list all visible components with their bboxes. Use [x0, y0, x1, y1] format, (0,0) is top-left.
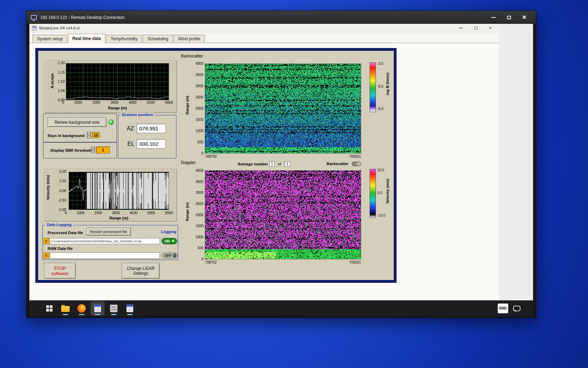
spinner-up-icon[interactable]	[87, 132, 91, 135]
stop-button-line2: software	[51, 271, 68, 276]
app-window-controls: ✕	[458, 25, 493, 31]
tick-label: 1000	[74, 101, 82, 104]
minimize-icon	[459, 28, 463, 28]
raw-path-field[interactable]	[50, 252, 160, 259]
az-value-field[interactable]: 078.991	[136, 124, 166, 133]
stop-button-line1: STOP	[54, 266, 66, 271]
tab-system-setup[interactable]: System setup	[33, 35, 67, 43]
processed-path-field[interactable]: C:\Lidar\Data\Proc\2023\202309\20230906\…	[50, 238, 160, 244]
minimize-icon	[491, 17, 496, 18]
velocity-plot-canvas	[69, 172, 169, 210]
doppler-colorbar-ticks: 10.00.0-10.0	[377, 168, 385, 217]
remote-desktop-screen: StreamLine XR v14-6.vi ✕ System setup Re…	[29, 24, 533, 316]
rdp-maximize-button[interactable]	[503, 13, 515, 22]
average-value-2-field[interactable]: 1	[285, 161, 290, 166]
snr-spinner[interactable]	[91, 146, 95, 153]
tick-label: 1.20	[58, 61, 65, 65]
restore-icon	[474, 27, 477, 29]
raw-data-file-label: RAW Data file	[48, 246, 73, 251]
tick-label: 3500	[196, 73, 203, 77]
backscatter-toggle-label: Backscatter	[327, 162, 348, 166]
taskbar-file-explorer[interactable]	[58, 301, 72, 315]
backscatter-display-toggle[interactable]	[352, 162, 361, 166]
velocity-x-axis-label: Range (m)	[69, 216, 169, 220]
processed-logging-toggle[interactable]: ON	[162, 238, 177, 244]
ascope-plot-canvas	[66, 63, 169, 100]
raw-logging-toggle[interactable]: OFF	[162, 252, 178, 259]
taskbar-scan-scheduler[interactable]: Scan sched	[107, 301, 121, 315]
chat-icon[interactable]	[513, 306, 520, 311]
scanner-position-group: Scanner position AZ 078.991 EL 000.102	[118, 115, 176, 158]
tick-label: 5.00	[59, 170, 66, 173]
backscatter-colorbar-label: log B (/m/sr)	[385, 73, 390, 95]
tick-label: 1500	[196, 224, 203, 228]
restart-processed-file-button[interactable]: Restart processed file	[86, 228, 131, 236]
ascope-y-axis-label: A-scope	[50, 73, 54, 88]
scanner-position-title: Scanner position	[120, 113, 154, 117]
renew-background-button[interactable]: Renew background now	[48, 117, 106, 127]
doppler-y-ticks: 40003500300025002000150010005000	[192, 169, 203, 261]
tab-temp-humidity[interactable]: Temp/humidity	[106, 35, 142, 43]
spinner-down-icon[interactable]	[87, 135, 91, 138]
doppler-colorbar	[370, 169, 376, 218]
velocity-y-ticks: 5.002.500.00-2.50-5.00	[54, 170, 66, 212]
ascope-plot	[66, 63, 169, 100]
stop-software-button[interactable]: STOP software	[44, 263, 76, 279]
maximize-icon	[507, 16, 511, 19]
front-panel: A-scope 1.201.151.101.050.99 01000200030…	[38, 51, 394, 280]
backscatter-title: Backscatter	[181, 54, 203, 59]
tick-label: 1000	[196, 235, 203, 239]
rdp-minimize-button[interactable]	[488, 13, 499, 22]
tick-label: 4000	[129, 101, 136, 104]
tick-label: 0.0	[377, 191, 382, 195]
velocity-x-ticks: 0100020003000400050006000	[65, 211, 173, 215]
background-status-led-icon	[108, 120, 114, 125]
average-value-1-field[interactable]: 1	[269, 161, 275, 166]
running-indicator	[95, 314, 100, 315]
taskbar-streamline-app[interactable]	[91, 301, 105, 315]
off-label: OFF	[164, 254, 172, 258]
tick-label: 1.05	[58, 89, 65, 93]
app-close-button[interactable]: ✕	[487, 25, 493, 31]
change-lidar-settings-button[interactable]: Change LiDAR Settings	[122, 263, 160, 279]
backscatter-colorbar-ticks: -3.0-5.5-8.0	[377, 62, 383, 111]
tick-label: 2000	[92, 101, 100, 104]
doppler-x-ticks: 708702709201	[205, 260, 361, 264]
streamline-app-window: StreamLine XR v14-6.vi ✕ System setup Re…	[29, 24, 499, 301]
doppler-y-axis-label: Range (m)	[185, 202, 189, 221]
tick-label: 0.00	[59, 189, 66, 193]
app-titlebar: StreamLine XR v14-6.vi ✕	[29, 24, 499, 32]
tick-label: 4000	[196, 62, 203, 66]
tick-label: -5.5	[377, 84, 383, 88]
rays-value-field[interactable]: 10	[92, 132, 100, 138]
tick-label: 2.50	[59, 179, 66, 183]
spinner-down-icon[interactable]	[91, 150, 95, 153]
taskbar-firefox[interactable]	[75, 301, 89, 315]
tab-real-time-data[interactable]: Real time data	[68, 34, 105, 43]
tick-label: 709201	[349, 260, 361, 264]
tab-bar: System setup Real time data Temp/humidit…	[29, 32, 499, 43]
rdp-close-button[interactable]: ✕	[518, 13, 530, 22]
backscatter-y-axis-label: Range (m)	[185, 96, 189, 115]
doppler-colorbar-label: Velocity (m/s)	[385, 179, 390, 204]
windows-start-icon	[46, 305, 52, 312]
tick-label: 2000	[196, 213, 203, 217]
language-indicator[interactable]: ENG	[498, 304, 508, 313]
snr-value-field[interactable]: 1	[96, 146, 110, 154]
tick-label: 2500	[196, 202, 203, 206]
tick-label: 1.15	[58, 70, 65, 74]
app-restore-button[interactable]	[472, 25, 479, 31]
raw-drive-box[interactable]: C	[43, 252, 49, 259]
el-value-field[interactable]: 000.102	[136, 139, 166, 149]
velocity-plot	[69, 172, 169, 210]
processed-drive-box[interactable]: C	[43, 238, 49, 244]
taskbar-vi-app-2[interactable]	[123, 301, 137, 315]
tick-label: 3000	[112, 211, 120, 215]
rays-spinner[interactable]	[87, 132, 91, 138]
app-minimize-button[interactable]	[458, 25, 464, 31]
tab-scheduling[interactable]: Scheduling	[143, 35, 173, 43]
tab-wind-profile[interactable]: Wind profile	[174, 35, 205, 43]
start-button[interactable]	[42, 301, 56, 315]
spinner-up-icon[interactable]	[91, 146, 95, 150]
ascope-y-ticks: 1.201.151.101.050.99	[54, 61, 65, 102]
